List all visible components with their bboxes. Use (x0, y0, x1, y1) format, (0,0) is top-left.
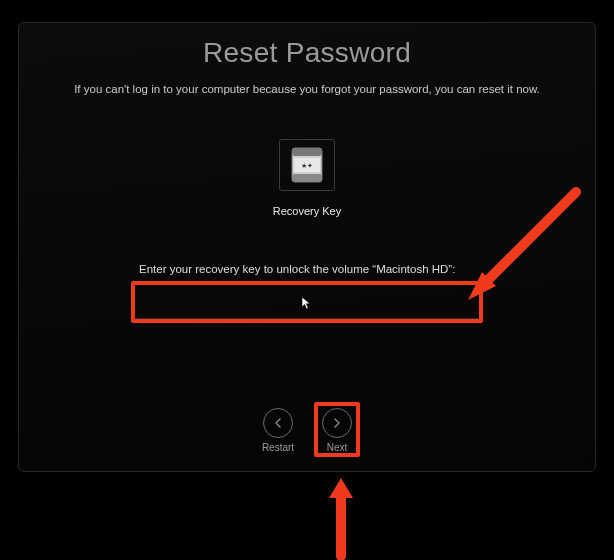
restart-label: Restart (262, 442, 294, 453)
svg-text:★✦: ★✦ (301, 162, 313, 169)
next-button[interactable]: Next (322, 408, 352, 453)
recovery-key-label: Recovery Key (273, 205, 341, 217)
dialog-subtitle: If you can't log in to your computer bec… (19, 83, 595, 95)
arrow-left-circle-icon (263, 408, 293, 438)
arrow-right-circle-icon (322, 408, 352, 438)
reset-password-dialog: Reset Password If you can't log in to yo… (18, 22, 596, 472)
svg-rect-2 (292, 174, 322, 182)
dialog-title: Reset Password (19, 37, 595, 69)
recovery-key-block: ★✦ Recovery Key (19, 139, 595, 217)
next-label: Next (327, 442, 348, 453)
annotation-arrow-bottom (321, 476, 361, 560)
cursor-icon (301, 296, 313, 314)
svg-marker-8 (329, 478, 353, 498)
recovery-key-icon[interactable]: ★✦ (279, 139, 335, 191)
restart-button[interactable]: Restart (262, 408, 294, 453)
dialog-buttons: Restart Next (19, 408, 595, 453)
svg-rect-1 (292, 148, 322, 156)
recovery-key-input-highlight (131, 281, 483, 323)
recovery-key-prompt: Enter your recovery key to unlock the vo… (19, 263, 595, 275)
